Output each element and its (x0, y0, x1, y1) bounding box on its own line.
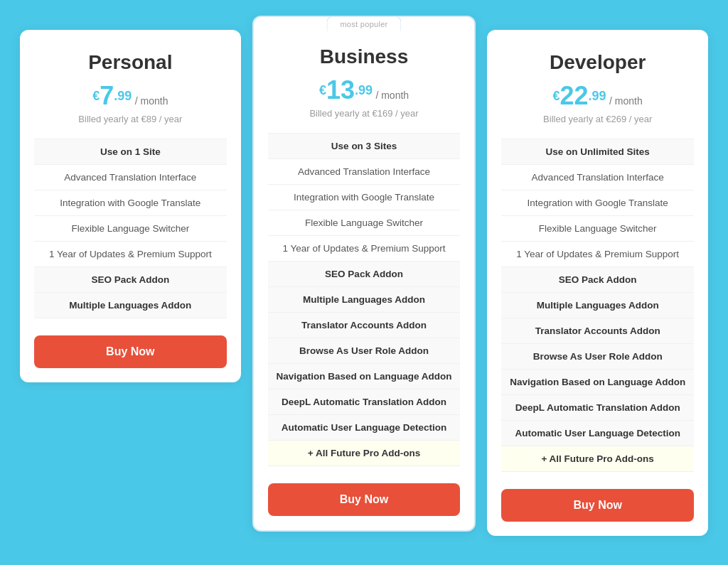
feature-item: 1 Year of Updates & Premium Support (501, 242, 694, 267)
feature-item: Multiple Languages Addon (501, 293, 694, 318)
feature-item: 1 Year of Updates & Premium Support (34, 242, 227, 267)
feature-item: Browse As User Role Addon (501, 344, 694, 370)
plan-decimal: .99 (355, 82, 373, 97)
plan-currency: € (92, 88, 100, 102)
features-list-business: Use on 3 SitesAdvanced Translation Inter… (268, 133, 461, 466)
plan-card-personal: Personal €7.99 / month Billed yearly at … (20, 30, 241, 382)
buy-button-personal[interactable]: Buy Now (34, 335, 227, 368)
feature-item: SEO Pack Addon (501, 267, 694, 293)
plan-billed-developer: Billed yearly at €269 / year (501, 114, 694, 124)
feature-item: Use on Unlimited Sites (501, 139, 694, 165)
plan-amount: 13 (326, 75, 355, 104)
plan-billed-business: Billed yearly at €169 / year (268, 108, 461, 119)
feature-item: Integration with Google Translate (268, 185, 461, 210)
feature-item: Multiple Languages Addon (268, 287, 461, 313)
plan-decimal: .99 (589, 88, 606, 102)
plan-billed-personal: Billed yearly at €89 / year (34, 114, 227, 124)
feature-item: Translator Accounts Addon (268, 313, 461, 338)
plan-price-business: €13.99 / month (268, 75, 461, 105)
feature-item: SEO Pack Addon (268, 262, 461, 287)
feature-item: Multiple Languages Addon (34, 293, 227, 318)
feature-item: + All Future Pro Add-ons (268, 441, 461, 466)
feature-item: Browse As User Role Addon (268, 338, 461, 364)
feature-item: Advanced Translation Interface (34, 165, 227, 190)
plan-period: / month (135, 95, 168, 107)
feature-item: DeepL Automatic Translation Addon (268, 389, 461, 415)
plan-period: / month (609, 95, 643, 107)
feature-item: Automatic User Language Detection (501, 421, 694, 446)
feature-item: + All Future Pro Add-ons (501, 446, 694, 472)
plan-amount: 7 (100, 81, 114, 110)
plan-name-personal: Personal (34, 51, 227, 74)
plan-price-personal: €7.99 / month (34, 81, 227, 111)
buy-button-business[interactable]: Buy Now (268, 483, 461, 516)
features-list-developer: Use on Unlimited SitesAdvanced Translati… (501, 139, 694, 472)
features-list-personal: Use on 1 SiteAdvanced Translation Interf… (34, 139, 227, 318)
feature-item: DeepL Automatic Translation Addon (501, 395, 694, 421)
feature-item: Integration with Google Translate (501, 190, 694, 216)
feature-item: Navigation Based on Language Addon (501, 370, 694, 395)
feature-item: Automatic User Language Detection (268, 415, 461, 441)
feature-item: Translator Accounts Addon (501, 318, 694, 344)
feature-item: Use on 3 Sites (268, 133, 461, 159)
plan-price-developer: €22.99 / month (501, 81, 694, 111)
plan-card-business: most populerBusiness €13.99 / month Bill… (252, 16, 476, 532)
plan-currency: € (319, 82, 326, 97)
plan-name-developer: Developer (501, 51, 694, 74)
plan-period: / month (375, 90, 409, 101)
plan-decimal: .99 (114, 88, 132, 102)
feature-item: Integration with Google Translate (34, 190, 227, 216)
plan-amount: 22 (560, 81, 589, 110)
plan-name-business: Business (268, 45, 461, 68)
feature-item: 1 Year of Updates & Premium Support (268, 236, 461, 262)
feature-item: Flexible Language Switcher (34, 216, 227, 242)
pricing-container: Personal €7.99 / month Billed yearly at … (14, 23, 714, 543)
feature-item: Flexible Language Switcher (268, 210, 461, 236)
feature-item: Advanced Translation Interface (501, 165, 694, 190)
feature-item: Flexible Language Switcher (501, 216, 694, 242)
feature-item: Advanced Translation Interface (268, 159, 461, 185)
feature-item: SEO Pack Addon (34, 267, 227, 293)
plan-card-developer: Developer €22.99 / month Billed yearly a… (487, 30, 708, 536)
feature-item: Navigation Based on Language Addon (268, 364, 461, 389)
most-popular-badge: most populer (326, 16, 401, 31)
feature-item: Use on 1 Site (34, 139, 227, 165)
plan-currency: € (553, 88, 560, 102)
buy-button-developer[interactable]: Buy Now (501, 489, 694, 522)
